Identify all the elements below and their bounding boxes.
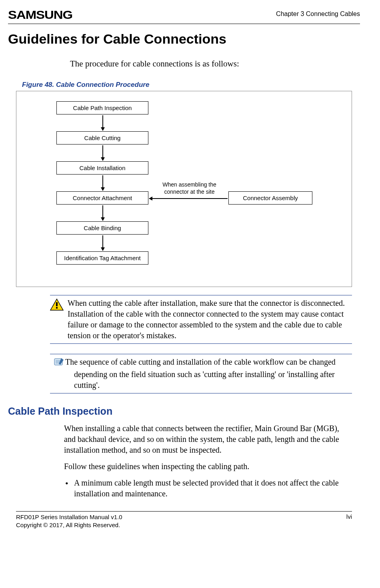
footer-copyright: Copyright © 2017, All Rights Reserved.: [16, 522, 120, 528]
footer-doc-title: RFD01P Series Installation Manual v1.0: [16, 514, 122, 520]
arrow-down-icon: [102, 115, 103, 130]
page-footer: RFD01P Series Installation Manual v1.0 C…: [16, 511, 352, 530]
footer-left: RFD01P Series Installation Manual v1.0 C…: [16, 513, 122, 530]
figure-caption: Figure 48. Cable Connection Procedure: [22, 81, 360, 89]
svg-rect-1: [56, 307, 58, 309]
page-title: Guidelines for Cable Connections: [8, 31, 360, 47]
note-callout: The sequence of cable cutting and instal…: [64, 357, 348, 391]
flow-node-path-inspection: Cable Path Inspection: [56, 101, 148, 114]
flow-node-cable-installation: Cable Installation: [56, 161, 148, 175]
svg-rect-0: [56, 302, 58, 306]
intro-text: The procedure for cable connections is a…: [70, 59, 360, 69]
divider: [50, 354, 352, 354]
note-pad-icon: [64, 357, 64, 369]
flowchart-diagram: Cable Path Inspection Cable Cutting Cabl…: [16, 91, 352, 287]
samsung-logo: SAMSUNG: [8, 8, 72, 22]
flow-node-id-tag: Identification Tag Attachment: [56, 251, 148, 265]
warning-text: When cutting the cable after installatio…: [68, 298, 348, 341]
bullet-item: A minimum cable length must be selected …: [74, 478, 348, 499]
arrow-down-icon: [102, 145, 103, 161]
chapter-label: Chapter 3 Connecting Cables: [276, 10, 360, 18]
section-heading: Cable Path Inspection: [8, 405, 360, 417]
body-paragraph-1: When installing a cable that connects be…: [64, 423, 348, 456]
divider: [50, 295, 352, 295]
warning-triangle-icon: [50, 299, 64, 312]
arrow-label-line2: connector at the site: [164, 189, 214, 195]
page-number: lvi: [346, 513, 352, 530]
body-paragraph-2: Follow these guidelines when inspecting …: [64, 461, 348, 472]
warning-callout: When cutting the cable after installatio…: [50, 298, 348, 341]
flow-node-connector-attachment: Connector Attachment: [56, 191, 148, 205]
arrow-down-icon: [102, 175, 103, 191]
arrow-left-icon: [149, 198, 228, 199]
arrow-label: When assembling the connector at the sit…: [156, 181, 222, 195]
flow-node-connector-assembly: Connector Assembly: [228, 191, 312, 205]
arrow-down-icon: [102, 205, 103, 221]
note-text: The sequence of cable cutting and instal…: [65, 357, 336, 389]
arrow-label-line1: When assembling the: [162, 181, 216, 188]
divider: [50, 393, 352, 393]
flow-node-cable-binding: Cable Binding: [56, 221, 148, 235]
arrow-down-icon: [102, 235, 103, 251]
page-header: SAMSUNG Chapter 3 Connecting Cables: [8, 8, 360, 24]
flow-node-cable-cutting: Cable Cutting: [56, 131, 148, 144]
